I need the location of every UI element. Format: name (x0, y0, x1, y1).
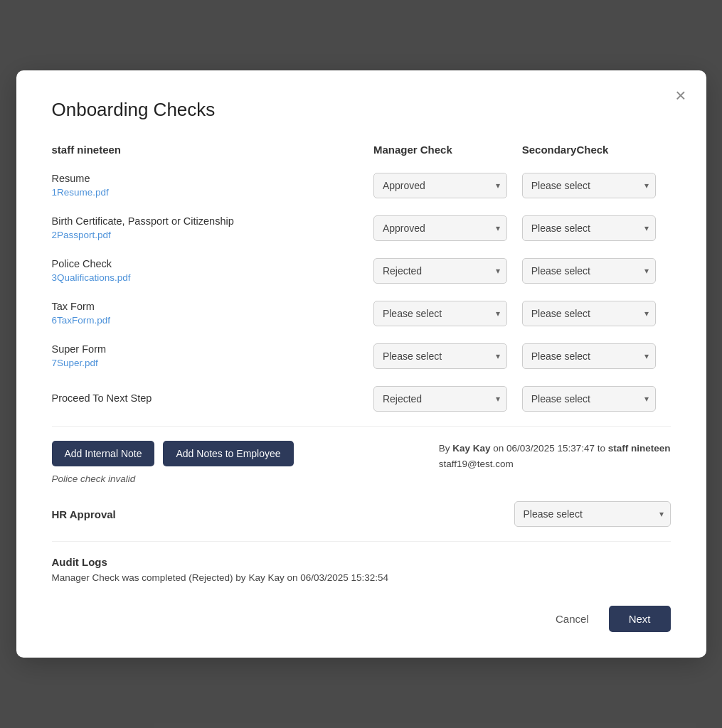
doc-cell: Police Check3Qualifications.pdf (52, 250, 373, 292)
note-italic-text: Police check invalid (52, 473, 294, 484)
cancel-button[interactable]: Cancel (546, 607, 599, 631)
row-file-link[interactable]: 6TaxForm.pdf (52, 315, 111, 326)
row-label: Police Check (52, 258, 359, 269)
table-row: Police Check3Qualifications.pdfPlease se… (52, 250, 671, 292)
manager-check-select[interactable]: Please selectApprovedRejected (373, 173, 507, 198)
row-label: Tax Form (52, 301, 359, 312)
next-button[interactable]: Next (609, 606, 671, 632)
close-button[interactable]: × (675, 86, 686, 105)
manager-check-select[interactable]: Please selectApprovedRejected (373, 386, 507, 412)
secondary-check-cell: Please selectApprovedRejected▾ (522, 378, 671, 420)
manager-check-cell: Please selectApprovedRejected▾ (373, 164, 522, 207)
secondary-select-wrap: Please selectApprovedRejected▾ (522, 173, 656, 198)
doc-cell: Proceed To Next Step (52, 378, 373, 420)
manager-select-wrap: Please selectApprovedRejected▾ (373, 215, 507, 241)
secondary-check-cell: Please selectApprovedRejected▾ (522, 164, 671, 207)
col-manager-check: Manager Check (373, 144, 522, 164)
secondary-select-wrap: Please selectApprovedRejected▾ (522, 258, 656, 284)
secondary-select-wrap: Please selectApprovedRejected▾ (522, 343, 656, 369)
hr-approval-label: HR Approval (52, 508, 514, 520)
audit-text: Manager Check was completed (Rejected) b… (52, 572, 671, 583)
manager-check-cell: Please selectApprovedRejected▾ (373, 250, 522, 292)
secondary-select-wrap: Please selectApprovedRejected▾ (522, 386, 656, 412)
secondary-check-cell: Please selectApprovedRejected▾ (522, 292, 671, 335)
secondary-check-select[interactable]: Please selectApprovedRejected (522, 173, 656, 198)
note-to-label: to (598, 443, 608, 454)
secondary-check-select[interactable]: Please selectApprovedRejected (522, 301, 656, 326)
note-right: By Kay Kay on 06/03/2025 15:37:47 to sta… (439, 441, 671, 471)
modal-footer: Cancel Next (52, 606, 671, 632)
hr-approval-row: HR Approval Please selectApprovedRejecte… (52, 501, 671, 527)
row-file-link[interactable]: 3Qualifications.pdf (52, 272, 131, 283)
manager-check-cell: Please selectApprovedRejected▾ (373, 292, 522, 335)
add-internal-note-button[interactable]: Add Internal Note (52, 441, 155, 466)
note-email: staff19@test.com (439, 459, 514, 469)
manager-select-wrap: Please selectApprovedRejected▾ (373, 301, 507, 326)
table-row: Proceed To Next StepPlease selectApprove… (52, 378, 671, 420)
doc-cell: Tax Form6TaxForm.pdf (52, 292, 373, 335)
checks-table: staff nineteen Manager Check SecondaryCh… (52, 144, 671, 420)
manager-select-wrap: Please selectApprovedRejected▾ (373, 386, 507, 412)
action-buttons-group: Add Internal Note Add Notes to Employee … (52, 441, 294, 484)
row-file-link[interactable]: 7Super.pdf (52, 358, 98, 368)
note-author: Kay Kay (452, 443, 490, 454)
divider-2 (52, 541, 671, 542)
divider (52, 426, 671, 427)
secondary-check-select[interactable]: Please selectApprovedRejected (522, 343, 656, 369)
row-label: Birth Certificate, Passport or Citizensh… (52, 215, 359, 227)
row-file-link[interactable]: 2Passport.pdf (52, 230, 111, 240)
secondary-check-cell: Please selectApprovedRejected▾ (522, 250, 671, 292)
manager-check-select[interactable]: Please selectApprovedRejected (373, 215, 507, 241)
secondary-check-select[interactable]: Please selectApprovedRejected (522, 258, 656, 284)
table-row: Birth Certificate, Passport or Citizensh… (52, 207, 671, 250)
hr-approval-select-wrap: Please selectApprovedRejected ▾ (514, 501, 671, 527)
staff-name: staff nineteen (52, 144, 122, 156)
col-document: staff nineteen (52, 144, 373, 164)
manager-select-wrap: Please selectApprovedRejected▾ (373, 343, 507, 369)
table-row: Super Form7Super.pdfPlease selectApprove… (52, 335, 671, 378)
row-file-link[interactable]: 1Resume.pdf (52, 187, 109, 198)
bottom-actions: Add Internal Note Add Notes to Employee … (52, 441, 671, 484)
secondary-check-cell: Please selectApprovedRejected▾ (522, 207, 671, 250)
table-row: Resume1Resume.pdfPlease selectApprovedRe… (52, 164, 671, 207)
modal-title: Onboarding Checks (52, 99, 671, 121)
manager-check-cell: Please selectApprovedRejected▾ (373, 378, 522, 420)
row-label: Super Form (52, 343, 359, 355)
manager-check-cell: Please selectApprovedRejected▾ (373, 335, 522, 378)
audit-section: Audit Logs Manager Check was completed (… (52, 556, 671, 583)
table-row: Tax Form6TaxForm.pdfPlease selectApprove… (52, 292, 671, 335)
secondary-select-wrap: Please selectApprovedRejected▾ (522, 301, 656, 326)
note-on-label: on (493, 443, 506, 454)
col-secondary-check: SecondaryCheck (522, 144, 671, 164)
manager-check-cell: Please selectApprovedRejected▾ (373, 207, 522, 250)
manager-check-select[interactable]: Please selectApprovedRejected (373, 258, 507, 284)
manager-select-wrap: Please selectApprovedRejected▾ (373, 258, 507, 284)
manager-check-select[interactable]: Please selectApprovedRejected (373, 343, 507, 369)
audit-title: Audit Logs (52, 556, 671, 568)
secondary-check-select[interactable]: Please selectApprovedRejected (522, 215, 656, 241)
manager-check-select[interactable]: Please selectApprovedRejected (373, 301, 507, 326)
hr-approval-select[interactable]: Please selectApprovedRejected (514, 501, 671, 527)
manager-select-wrap: Please selectApprovedRejected▾ (373, 173, 507, 198)
modal-dialog: × Onboarding Checks staff nineteen Manag… (16, 70, 706, 658)
secondary-select-wrap: Please selectApprovedRejected▾ (522, 215, 656, 241)
secondary-check-select[interactable]: Please selectApprovedRejected (522, 386, 656, 412)
note-recipient: staff nineteen (608, 443, 671, 454)
doc-cell: Birth Certificate, Passport or Citizensh… (52, 207, 373, 250)
row-label: Resume (52, 173, 359, 184)
add-notes-to-employee-button[interactable]: Add Notes to Employee (163, 441, 293, 466)
doc-cell: Super Form7Super.pdf (52, 335, 373, 378)
row-label: Proceed To Next Step (52, 392, 359, 404)
doc-cell: Resume1Resume.pdf (52, 164, 373, 207)
note-date: 06/03/2025 15:37:47 (506, 443, 595, 454)
note-by-label: By (439, 443, 450, 454)
secondary-check-cell: Please selectApprovedRejected▾ (522, 335, 671, 378)
modal-overlay: × Onboarding Checks staff nineteen Manag… (0, 0, 722, 728)
